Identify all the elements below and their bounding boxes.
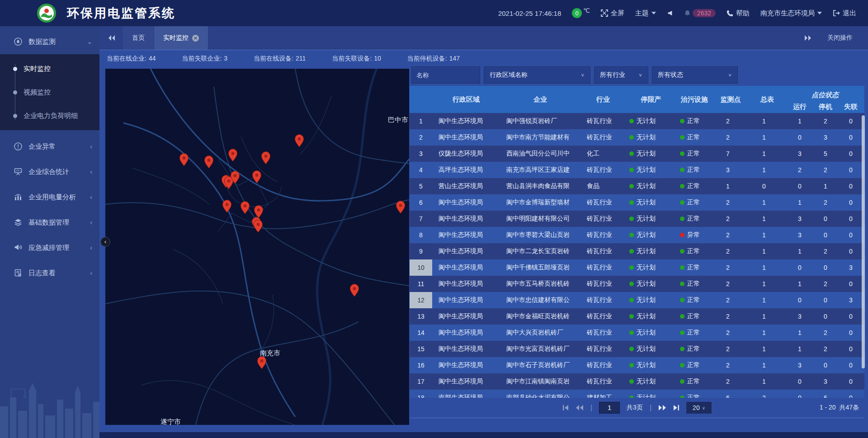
total-meters-cell: 1 xyxy=(749,292,786,308)
map-pin[interactable] xyxy=(241,202,250,214)
map-city-label: 巴中市 xyxy=(388,116,408,123)
fullscreen-button[interactable]: 全屏 xyxy=(601,9,624,18)
sidebar-item-power-usage-analysis[interactable]: 企业用电量分析 ‹ xyxy=(0,184,99,210)
table-row[interactable]: 8 阆中生态环境局 阆中市枣碧大梁山页岩 砖瓦行业 无计划 异常 2 1 3 0… xyxy=(410,227,864,243)
table-row[interactable]: 12 阆中生态环境局 阆中市忠信建材有限公 砖瓦行业 无计划 正常 2 1 0 … xyxy=(410,292,864,308)
table-row[interactable]: 13 阆中生态环境局 阆中市金福旺页岩机砖 砖瓦行业 无计划 正常 2 1 3 … xyxy=(410,308,864,325)
table-row[interactable]: 15 阆中生态环境局 阆中市光富页岩机砖厂 砖瓦行业 无计划 正常 2 1 1 … xyxy=(410,341,864,357)
tabs-scroll-right-button[interactable] xyxy=(804,35,812,41)
table-row[interactable]: 5 营山生态环境局 营山县润丰肉食品有限 食品 无计划 正常 1 0 0 1 0 xyxy=(410,178,864,194)
filter-row: 行政区域名称∨ 所有行业∨ 所有状态∨ xyxy=(410,66,864,84)
double-chevron-right-icon xyxy=(804,35,812,41)
map-pin[interactable] xyxy=(295,135,304,147)
table-row[interactable]: 17 阆中生态环境局 阆中市江南镇阆南页岩 砖瓦行业 无计划 正常 2 1 0 … xyxy=(410,373,864,390)
stat-stopped-devices: 当前停机设备:147 xyxy=(407,55,460,63)
page-number-input[interactable] xyxy=(599,402,620,414)
row-number-cell: 9 xyxy=(410,243,432,259)
row-number-cell: 12 xyxy=(410,292,432,308)
pollution-facility-cell: 正常 xyxy=(676,146,712,162)
sidebar-item-base-data[interactable]: 基础数据管理 ‹ xyxy=(0,210,99,235)
theme-dropdown[interactable]: 主题 xyxy=(635,9,656,18)
pollution-facility-cell: 正常 xyxy=(676,341,712,357)
stopped-cell: 1 xyxy=(814,178,837,194)
name-filter-input[interactable] xyxy=(411,66,480,84)
page-size-select[interactable]: 20∨ xyxy=(686,402,712,414)
sidebar-item-enterprise-abnormal[interactable]: 企业异常 ‹ xyxy=(0,134,99,159)
sidebar-item-data-monitoring[interactable]: 数据监测 ⌄ xyxy=(0,29,99,54)
table-row[interactable]: 18 南部生态环境局 南部县砂化水泥有限公 建材加工 无计划 正常 6 2 0 … xyxy=(410,390,864,398)
sidebar-item-video-monitoring[interactable]: 视频监控 xyxy=(0,80,99,104)
map-pin[interactable] xyxy=(254,220,263,233)
table-row[interactable]: 2 阆中生态环境局 阆中市南方节能建材有 砖瓦行业 无计划 正常 2 1 0 3… xyxy=(410,129,864,146)
status-dot xyxy=(629,135,634,140)
total-meters-cell: 1 xyxy=(749,129,786,146)
map-pin[interactable] xyxy=(262,152,270,165)
status-dot xyxy=(629,217,634,221)
next-page-button[interactable] xyxy=(658,405,666,411)
sidebar-item-log-view[interactable]: 日志查看 ‹ xyxy=(0,260,99,286)
table-row[interactable]: 9 阆中生态环境局 阆中市二龙长宝页岩砖 砖瓦行业 无计划 正常 2 1 1 2… xyxy=(410,243,864,259)
phone-icon xyxy=(726,10,733,17)
logout-button[interactable]: 退出 xyxy=(833,9,856,18)
tab-home[interactable]: 首页 xyxy=(123,26,154,50)
map-pin[interactable] xyxy=(253,171,261,184)
table-row[interactable]: 16 阆中生态环境局 阆中市石子页岩机砖厂 砖瓦行业 无计划 正常 2 1 3 … xyxy=(410,357,864,373)
table-row[interactable]: 10 阆中生态环境局 阆中千佛镇五郎垭页岩 砖瓦行业 无计划 正常 2 1 0 … xyxy=(410,259,864,276)
sidebar: 数据监测 ⌄ 实时监控 视频监控 企业电力负荷明细 企业异常 ‹ 企业综合统计 … xyxy=(0,26,99,438)
alert-icon xyxy=(14,142,23,151)
company-cell: 阆中明阳建材有限公司 xyxy=(500,211,580,227)
region-filter-select[interactable]: 行政区域名称∨ xyxy=(484,66,590,84)
sound-toggle[interactable] xyxy=(667,10,673,16)
industry-filter-select[interactable]: 所有行业∨ xyxy=(594,66,648,84)
tab-realtime-monitoring[interactable]: 实时监控 ✕ xyxy=(154,26,208,50)
tab-close-icon[interactable]: ✕ xyxy=(192,35,199,42)
status-dot xyxy=(629,151,634,156)
map-panel[interactable]: 巴中市南充市遂宁市 xyxy=(105,69,409,425)
first-page-button[interactable] xyxy=(562,405,569,411)
monitor-points-cell: 2 xyxy=(712,325,749,341)
table-row[interactable]: 11 阆中生态环境局 阆中市五马桥页岩机砖 砖瓦行业 无计划 正常 2 1 1 … xyxy=(410,276,864,292)
map-pin[interactable] xyxy=(255,206,263,218)
table-row[interactable]: 6 阆中生态环境局 阆中市金博瑞新型墙材 砖瓦行业 无计划 正常 2 1 1 2… xyxy=(410,194,864,211)
sidebar-item-emergency-reduction[interactable]: 应急减排管理 ‹ xyxy=(0,235,99,260)
tabs-scroll-left-button[interactable] xyxy=(99,26,123,50)
table-row[interactable]: 7 阆中生态环境局 阆中明阳建材有限公司 砖瓦行业 无计划 正常 2 1 3 0… xyxy=(410,211,864,227)
company-cell: 阆中市忠信建材有限公 xyxy=(500,292,580,308)
map-pin[interactable] xyxy=(350,284,359,297)
map-pin[interactable] xyxy=(205,156,213,169)
production-limit-cell: 无计划 xyxy=(626,113,676,129)
table-row[interactable]: 4 高坪生态环境局 南充市高坪区王家店建 砖瓦行业 无计划 正常 3 1 2 2… xyxy=(410,162,864,178)
chevron-left-icon: ‹ xyxy=(90,168,92,175)
map-pin[interactable] xyxy=(229,149,237,162)
table-row[interactable]: 1 阆中生态环境局 阆中强锐页岩砖厂 砖瓦行业 无计划 正常 2 1 1 2 0 xyxy=(410,113,864,129)
prev-page-button[interactable] xyxy=(576,405,584,411)
monitor-points-cell: 2 xyxy=(712,113,749,129)
sidebar-item-power-load-detail[interactable]: 企业电力负荷明细 xyxy=(0,104,99,127)
pollution-facility-cell: 正常 xyxy=(676,373,712,390)
map-collapse-button[interactable]: ‹ xyxy=(100,237,110,247)
total-meters-cell: 1 xyxy=(749,194,786,211)
table-row[interactable]: 3 仪陇生态环境局 西南油气田分公司川中 化工 无计划 正常 7 1 3 5 0 xyxy=(410,146,864,162)
industry-cell: 砖瓦行业 xyxy=(580,259,626,276)
last-page-button[interactable] xyxy=(673,405,679,411)
monitor-points-cell: 2 xyxy=(712,259,749,276)
company-cell: 阆中市江南镇阆南页岩 xyxy=(500,373,580,390)
status-filter-select[interactable]: 所有状态∨ xyxy=(652,66,738,84)
map-pin[interactable] xyxy=(223,200,231,213)
sidebar-item-enterprise-statistics[interactable]: 企业综合统计 ‹ xyxy=(0,159,99,184)
org-dropdown[interactable]: 南充市生态环境局 xyxy=(760,9,822,18)
table-scrollbar[interactable] xyxy=(862,115,865,368)
map-pin[interactable] xyxy=(396,201,405,214)
row-number-cell: 13 xyxy=(410,308,432,325)
running-cell: 0 xyxy=(786,129,814,146)
map-pin[interactable] xyxy=(258,357,266,369)
row-number-cell: 11 xyxy=(410,276,432,292)
notification-bell[interactable]: 2632 xyxy=(684,9,716,17)
close-operations-button[interactable]: 关闭操作 xyxy=(827,34,853,42)
sidebar-item-realtime-monitoring[interactable]: 实时监控 xyxy=(0,57,99,80)
help-button[interactable]: 帮助 xyxy=(726,9,750,18)
row-number-cell: 6 xyxy=(410,194,432,211)
map-pin[interactable] xyxy=(180,154,189,166)
chevron-down-icon: ∨ xyxy=(728,72,732,77)
table-row[interactable]: 14 阆中生态环境局 阆中大兴页岩机砖厂 砖瓦行业 无计划 正常 2 1 1 2… xyxy=(410,325,864,341)
